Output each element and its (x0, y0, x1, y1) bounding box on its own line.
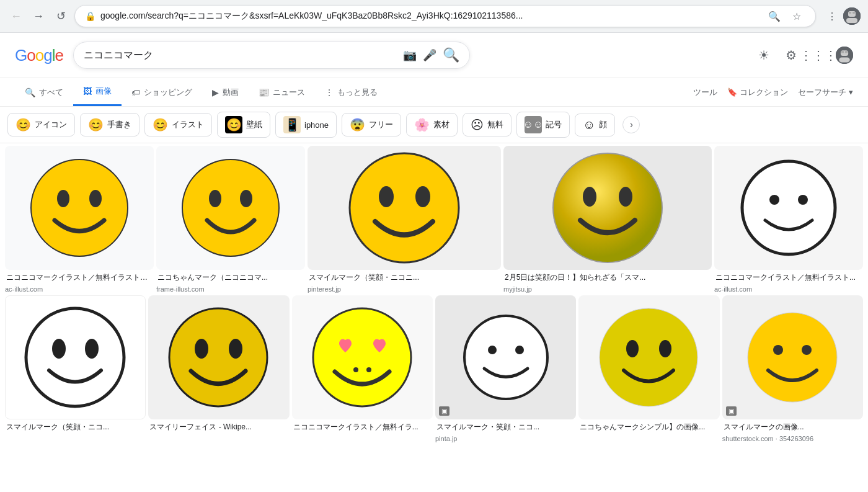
nav-news[interactable]: 📰 ニュース (249, 79, 315, 105)
filter-chip-wallpaper[interactable]: 😊 壁紙 (217, 112, 270, 138)
news-nav-icon: 📰 (259, 87, 269, 97)
nav-all-label: すべて (39, 87, 63, 98)
image-badge-9: ▣ (439, 406, 450, 416)
image-item-4[interactable]: 2月5日は笑顔の日！】知られざる「スマ... myjitsu.jp (503, 146, 712, 293)
image-caption-7: スマイリーフェイス - Wikipe... (148, 419, 289, 435)
refresh-button[interactable]: ↺ (52, 7, 69, 25)
nav-images[interactable]: 🖼 画像 (73, 78, 122, 106)
lock-icon: 🔒 (85, 11, 95, 21)
image-source-4: myjitsu.jp (503, 285, 712, 293)
more-nav-icon: ⋮ (325, 87, 334, 97)
image-thumb-10 (578, 295, 719, 419)
google-search-icon[interactable]: 🔍 (443, 47, 459, 63)
brightness-icon[interactable]: ☀ (754, 45, 774, 65)
filter-chip-symbol[interactable]: ☺☺ 記号 (516, 112, 570, 138)
image-caption-5: ニコニコマークイラスト／無料イラスト... (714, 270, 863, 285)
collection-button[interactable]: 🔖 コレクション (727, 87, 788, 98)
svg-point-23 (769, 195, 779, 205)
safesearch-button[interactable]: セーフサーチ ▾ (798, 87, 853, 98)
chrome-actions: ⋮ (823, 7, 861, 25)
apps-icon[interactable]: ⋮⋮⋮ (808, 45, 828, 65)
image-caption-11: スマイルマークの画像... (722, 419, 863, 435)
free-chip-label: フリー (369, 119, 393, 130)
user-avatar[interactable] (836, 47, 853, 64)
image-thumb-5 (714, 146, 863, 270)
tools-button[interactable]: ツール (693, 87, 717, 98)
filter-chip-free2[interactable]: ☹ 無料 (463, 113, 512, 136)
image-item-8[interactable]: ニコニコマークイラスト／無料イラ... (292, 295, 433, 442)
free2-chip-label: 無料 (487, 119, 503, 130)
svg-rect-3 (849, 12, 851, 14)
extensions-icon[interactable]: ⋮ (823, 7, 841, 25)
bookmark-collection-icon: 🔖 (727, 87, 737, 97)
address-bar[interactable]: 🔒 google.com/search?q=ニコニコマーク&sxsrf=ALeK… (74, 5, 816, 27)
filter-chip-iphone[interactable]: 📱 iphone (275, 112, 337, 138)
image-thumb-8 (292, 295, 433, 419)
image-source-9: pinta.jp (435, 435, 576, 442)
image-item-10[interactable]: ニコちゃんマークシンプル】の画像... (578, 295, 719, 442)
wallpaper-chip-label: 壁紙 (246, 119, 262, 130)
camera-search-icon[interactable]: 📷 (403, 48, 417, 62)
icon-chip-label: アイコン (35, 119, 67, 130)
image-thumb-3 (308, 146, 501, 270)
image-item-1[interactable]: ニコニコマークイラスト／無料イラストな... ac-illust.com (5, 146, 154, 293)
google-logo[interactable]: Google (15, 46, 63, 65)
voice-search-icon[interactable]: 🎤 (423, 48, 436, 62)
svg-point-15 (240, 190, 252, 207)
svg-point-32 (353, 367, 358, 372)
nav-videos-label: 動画 (223, 87, 239, 98)
image-thumb-1 (5, 146, 154, 270)
svg-point-28 (169, 308, 267, 406)
nav-videos[interactable]: ▶ 動画 (202, 79, 249, 105)
url-text: google.com/search?q=ニコニコマーク&sxsrf=ALeKk0… (100, 11, 761, 22)
back-button[interactable]: ← (7, 7, 25, 25)
image-item-11[interactable]: ▣ スマイルマークの画像... shutterstock.com · 35426… (722, 295, 863, 442)
svg-rect-4 (852, 12, 855, 14)
free-chip-thumb: 😨 (350, 117, 365, 132)
image-item-3[interactable]: スマイルマーク（笑顔・ニコニ... pinterest.jp (308, 146, 501, 293)
svg-point-37 (600, 308, 698, 406)
svg-point-11 (57, 190, 69, 207)
search-text: ニコニコマーク (84, 49, 397, 62)
svg-rect-2 (846, 18, 857, 23)
svg-rect-7 (839, 58, 850, 63)
nav-more[interactable]: ⋮ もっと見る (315, 79, 388, 105)
symbol-chip-thumb: ☺☺ (525, 116, 542, 133)
filter-chip-icon[interactable]: 😊 アイコン (7, 113, 75, 136)
filter-chip-free[interactable]: 😨 フリー (342, 113, 401, 136)
browser-toolbar: ← → ↺ 🔒 google.com/search?q=ニコニコマーク&sxsr… (0, 0, 868, 32)
svg-point-10 (31, 159, 128, 256)
image-thumb-6 (5, 295, 146, 419)
filter-chip-handwritten[interactable]: 😊 手書き (80, 113, 140, 136)
svg-point-29 (195, 339, 208, 359)
search-lens-icon[interactable]: 🔍 (766, 7, 783, 25)
svg-point-12 (89, 190, 102, 207)
svg-point-17 (379, 186, 394, 207)
illust-chip-thumb: 😊 (153, 117, 168, 132)
avatar[interactable] (843, 7, 861, 25)
svg-point-36 (515, 346, 524, 354)
image-item-2[interactable]: ニコちゃんマーク（ニコニコマ... frame-illust.com (156, 146, 305, 293)
filter-chip-material[interactable]: 🌸 素材 (406, 113, 458, 136)
forward-button[interactable]: → (30, 7, 47, 25)
image-caption-8: ニコニコマークイラスト／無料イラ... (292, 419, 433, 435)
filter-next-button[interactable]: › (622, 116, 640, 133)
nav-shopping[interactable]: 🏷 ショッピング (122, 79, 202, 105)
filter-chip-face[interactable]: ☺ 顔 (575, 114, 615, 136)
nav-all[interactable]: 🔍 すべて (15, 79, 73, 105)
svg-point-16 (350, 153, 459, 262)
search-bar[interactable]: ニコニコマーク 📷 🎤 🔍 (73, 42, 470, 69)
image-item-7[interactable]: スマイリーフェイス - Wikipe... (148, 295, 289, 442)
svg-point-38 (626, 340, 639, 357)
svg-point-30 (229, 339, 242, 359)
iphone-chip-label: iphone (304, 120, 329, 130)
bookmark-icon[interactable]: ☆ (788, 7, 805, 25)
image-item-6[interactable]: スマイルマーク（笑顔・ニコ... (5, 295, 146, 442)
image-item-9[interactable]: ▣ スマイルマーク・笑顔・ニコ... pinta.jp (435, 295, 576, 442)
shopping-nav-icon: 🏷 (131, 87, 140, 97)
filter-chip-illust[interactable]: 😊 イラスト (144, 113, 212, 136)
image-item-5[interactable]: ニコニコマークイラスト／無料イラスト... ac-illust.com (714, 146, 863, 293)
svg-point-13 (182, 159, 279, 256)
svg-point-34 (464, 316, 547, 399)
settings-icon[interactable]: ⚙ (781, 45, 801, 65)
